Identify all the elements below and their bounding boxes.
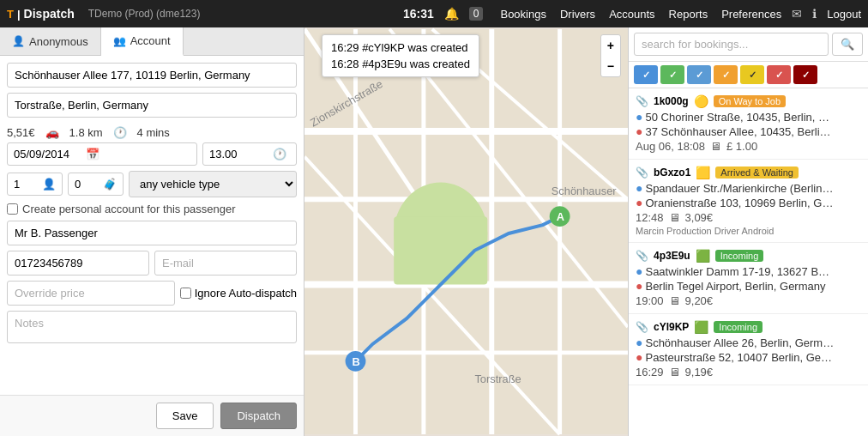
filter-row: ✓ ✓ ✓ ✓ ✓ ✓ ✓ <box>629 62 868 88</box>
left-panel: 👤 Anonymous 👥 Account 5,51€ 🚗 1.8 km 🕐 4… <box>0 27 304 436</box>
nav-accounts[interactable]: Accounts <box>609 8 654 21</box>
booking-item[interactable]: 📎 cYl9KP 🟩 Incoming ● Schönhauser Allee … <box>629 314 868 385</box>
svg-text:A: A <box>557 210 564 223</box>
logout-button[interactable]: Logout <box>827 8 861 21</box>
booking-item[interactable]: 📎 bGxzo1 🟨 Arrived & Waiting ● Spandauer… <box>629 160 868 243</box>
from-address: 50 Choriner Straße, 10435, Berlin, Germ.… <box>645 111 834 124</box>
booking-header: 📎 4p3E9u 🟩 Incoming <box>636 249 861 263</box>
create-account-label: Create personal account for this passeng… <box>22 203 236 215</box>
route-price: 5,51€ <box>7 126 35 139</box>
create-account-checkbox[interactable] <box>7 203 18 215</box>
luggage-input[interactable] <box>75 178 99 191</box>
zoom-out-button[interactable]: − <box>601 56 620 76</box>
topbar-nav: Bookings Drivers Accounts Reports Prefer… <box>500 8 781 21</box>
right-panel: 🔍 ✓ ✓ ✓ ✓ ✓ ✓ ✓ 📎 1k000g 🟡 On Way to Job… <box>628 27 868 436</box>
override-price-input[interactable] <box>7 281 175 306</box>
booking-to: ● Berlin Tegel Airport, Berlin, Germany <box>636 280 861 293</box>
demo-label: TDemo (Prod) (dme123) <box>88 8 201 20</box>
booking-from: ● Spandauer Str./Marienkirche (Berlin), … <box>636 182 861 195</box>
create-account-row: Create personal account for this passeng… <box>7 203 297 215</box>
attachment-icon: 📎 <box>636 167 648 179</box>
notification-badge: 0 <box>469 7 484 21</box>
nav-drivers[interactable]: Drivers <box>560 8 595 21</box>
clock-icon[interactable]: 🕐 <box>273 148 286 160</box>
destination-row <box>7 93 297 118</box>
nav-bookings[interactable]: Bookings <box>500 8 546 21</box>
booking-driver: Marcin Production Driver Android <box>636 226 861 236</box>
status-indicator: 🟩 <box>694 320 708 334</box>
attachment-icon: 📎 <box>636 95 648 107</box>
calendar-icon[interactable]: 📅 <box>86 148 99 160</box>
attachment-icon: 📎 <box>636 250 648 262</box>
from-dot: ● <box>636 336 642 348</box>
email-input[interactable] <box>154 251 297 276</box>
search-button[interactable]: 🔍 <box>832 33 863 56</box>
booking-to: ● Pasteurstraße 52, 10407 Berlin, German… <box>636 351 861 364</box>
nav-reports[interactable]: Reports <box>669 8 708 21</box>
popup-2-text: 16:28 #4p3E9u was created <box>331 56 470 72</box>
filter-darkred[interactable]: ✓ <box>793 65 817 84</box>
booking-from: ● Schönhauser Allee 26, Berlin, Germany <box>636 336 861 349</box>
tab-account[interactable]: 👥 Account <box>101 27 184 56</box>
route-distance: 1.8 km <box>69 126 103 139</box>
to-address: Pasteurstraße 52, 10407 Berlin, Germany <box>645 351 834 364</box>
luggage-icon: 🧳 <box>103 178 117 191</box>
main-layout: 👤 Anonymous 👥 Account 5,51€ 🚗 1.8 km 🕐 4… <box>0 27 868 436</box>
zoom-in-button[interactable]: + <box>601 35 620 56</box>
destination-input[interactable] <box>7 93 297 118</box>
account-icon: 👥 <box>113 35 126 47</box>
filter-green[interactable]: ✓ <box>660 65 684 84</box>
search-area: 🔍 <box>629 27 868 62</box>
save-button[interactable]: Save <box>156 403 214 429</box>
to-address: 37 Schönhauser Allee, 10435, Berlin, G..… <box>645 125 834 138</box>
date-input[interactable] <box>14 148 82 160</box>
topbar-time: 16:31 <box>403 7 434 21</box>
pax-count-input[interactable] <box>14 178 38 191</box>
nav-preferences[interactable]: Preferences <box>721 8 781 21</box>
map-area: B A Zionskirchstraße Torstraße Schönhaus… <box>304 27 628 436</box>
filter-orange[interactable]: ✓ <box>714 65 738 84</box>
booking-price: £ 1.00 <box>726 140 757 153</box>
booking-search-input[interactable] <box>634 33 829 56</box>
filter-blue[interactable]: ✓ <box>634 65 658 84</box>
booking-to: ● 37 Schönhauser Allee, 10435, Berlin, G… <box>636 125 861 138</box>
pax-count-field: 👤 <box>7 173 63 196</box>
passenger-name-input[interactable] <box>7 221 297 245</box>
ignore-autodispatch-label: Ignore Auto-dispatch <box>195 287 297 300</box>
bell-icon[interactable]: 🔔 <box>444 7 459 21</box>
status-indicator: 🟩 <box>696 249 710 263</box>
booking-time: 19:00 <box>636 294 664 307</box>
booking-price: 3,09€ <box>685 211 714 224</box>
dispatch-button[interactable]: Dispatch <box>220 403 297 429</box>
booking-item[interactable]: 📎 1k000g 🟡 On Way to Job ● 50 Choriner S… <box>629 88 868 160</box>
booking-price: 9,20€ <box>685 294 714 307</box>
filter-blue2[interactable]: ✓ <box>687 65 711 84</box>
status-badge: Incoming <box>715 250 764 262</box>
luggage-field: 🧳 <box>68 173 124 196</box>
route-info: 5,51€ 🚗 1.8 km 🕐 4 mins <box>7 123 297 142</box>
tab-account-label: Account <box>130 34 171 47</box>
meter-icon: 🖥 <box>710 140 721 153</box>
booking-from: ● 50 Choriner Straße, 10435, Berlin, Ger… <box>636 111 861 124</box>
meter-icon: 🖥 <box>669 366 680 378</box>
from-address: Schönhauser Allee 26, Berlin, Germany <box>645 336 834 349</box>
mail-icon[interactable]: ✉ <box>792 7 802 21</box>
contact-row <box>7 251 297 276</box>
route-dist-icon: 🚗 <box>45 126 59 139</box>
booking-time: 16:29 <box>636 366 664 378</box>
phone-input[interactable] <box>7 251 149 276</box>
passenger-name-row <box>7 221 297 245</box>
time-input[interactable] <box>209 148 269 160</box>
pickup-input[interactable] <box>7 63 297 88</box>
booking-item[interactable]: 📎 4p3E9u 🟩 Incoming ● Saatwinkler Damm 1… <box>629 243 868 314</box>
filter-yellow[interactable]: ✓ <box>740 65 764 84</box>
tab-anonymous[interactable]: 👤 Anonymous <box>0 27 101 55</box>
ignore-autodispatch-checkbox[interactable] <box>180 288 191 299</box>
from-dot: ● <box>636 182 642 194</box>
booking-meta: 16:29 🖥 9,19€ <box>636 366 861 378</box>
booking-tabs: 👤 Anonymous 👥 Account <box>0 27 304 56</box>
vehicle-type-select[interactable]: any vehicle type Standard Premium Van <box>129 171 297 197</box>
filter-red[interactable]: ✓ <box>767 65 791 84</box>
notes-textarea[interactable] <box>7 311 297 343</box>
info-icon[interactable]: ℹ <box>812 7 817 21</box>
